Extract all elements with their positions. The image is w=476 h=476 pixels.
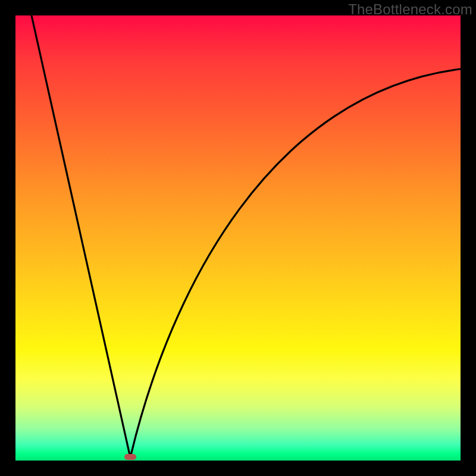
curve-left-branch (32, 15, 130, 458)
curve-right-branch (130, 69, 461, 458)
chart-frame (15, 15, 461, 461)
min-marker (124, 454, 136, 460)
watermark-text: TheBottleneck.com (348, 1, 472, 18)
bottleneck-curve (15, 15, 461, 461)
